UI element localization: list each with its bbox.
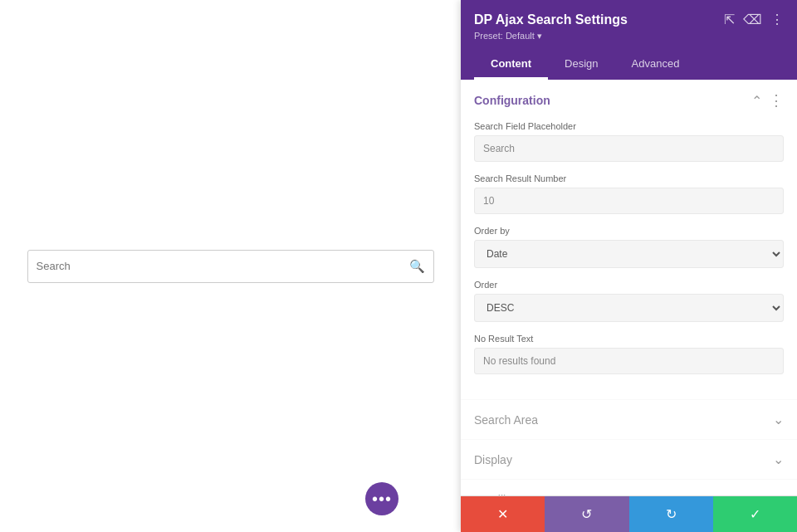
section-configuration: Configuration ⌃ ⋮ Search Field Placehold… — [461, 80, 797, 399]
fab-button[interactable]: ••• — [365, 482, 398, 515]
cancel-icon: ✕ — [497, 506, 508, 522]
panel-preset[interactable]: Preset: Default — [474, 31, 784, 41]
tab-advanced[interactable]: Advanced — [615, 50, 697, 80]
panel-header: DP Ajax Search Settings ⇱ ⌫ ⋮ Preset: De… — [461, 0, 797, 80]
field-result-number: Search Result Number — [474, 173, 784, 214]
section-scrollbar: Scrollbar ⌄ — [461, 480, 797, 495]
section-search-area-header[interactable]: Search Area ⌄ — [461, 400, 797, 439]
redo-button[interactable]: ↻ — [629, 496, 713, 532]
more-icon[interactable]: ⋮ — [770, 12, 784, 27]
configuration-collapse-icon[interactable]: ⌃ — [751, 93, 762, 109]
search-area-title: Search Area — [474, 413, 538, 427]
panel-title-row: DP Ajax Search Settings ⇱ ⌫ ⋮ — [474, 12, 784, 27]
field-order: Order DESC ASC — [474, 280, 784, 322]
cancel-button[interactable]: ✕ — [461, 496, 545, 532]
result-number-input[interactable] — [474, 188, 784, 214]
settings-panel: DP Ajax Search Settings ⇱ ⌫ ⋮ Preset: De… — [461, 0, 797, 532]
search-placeholder-label: Search Field Placeholder — [474, 121, 784, 131]
order-by-select[interactable]: Date Title Relevance — [474, 240, 784, 268]
no-result-input[interactable] — [474, 348, 784, 374]
display-chevron-icon[interactable]: ⌄ — [773, 451, 784, 467]
section-header-icons: ⌃ ⋮ — [751, 91, 784, 110]
search-input-widget[interactable] — [37, 260, 409, 272]
panel-tabs: Content Design Advanced — [474, 50, 784, 80]
order-label: Order — [474, 280, 784, 290]
field-order-by: Order by Date Title Relevance — [474, 226, 784, 268]
undo-button[interactable]: ↺ — [545, 496, 628, 532]
section-configuration-header[interactable]: Configuration ⌃ ⋮ — [461, 80, 797, 121]
section-display: Display ⌄ — [461, 440, 797, 479]
panel-title: DP Ajax Search Settings — [474, 12, 628, 27]
canvas-area: 🔍 — [0, 0, 461, 532]
redo-icon: ↻ — [666, 506, 677, 522]
configuration-dots-icon[interactable]: ⋮ — [769, 91, 784, 110]
save-button[interactable]: ✓ — [713, 496, 797, 532]
result-number-label: Search Result Number — [474, 173, 784, 183]
display-title: Display — [474, 453, 512, 466]
panel-header-icons: ⇱ ⌫ ⋮ — [724, 12, 784, 27]
undo-icon: ↺ — [581, 506, 592, 522]
search-area-chevron-icon[interactable]: ⌄ — [773, 412, 784, 427]
section-scrollbar-header[interactable]: Scrollbar ⌄ — [461, 480, 797, 495]
panel-footer: ✕ ↺ ↻ ✓ — [461, 495, 797, 532]
field-search-placeholder: Search Field Placeholder — [474, 121, 784, 162]
configuration-content: Search Field Placeholder Search Result N… — [461, 121, 797, 399]
tab-content[interactable]: Content — [474, 50, 548, 80]
save-icon: ✓ — [750, 506, 760, 522]
fab-icon: ••• — [372, 490, 392, 509]
search-icon: 🔍 — [409, 259, 425, 274]
order-by-label: Order by — [474, 226, 784, 236]
panel-body: Configuration ⌃ ⋮ Search Field Placehold… — [461, 80, 797, 495]
section-search-area: Search Area ⌄ — [461, 400, 797, 439]
configuration-title: Configuration — [474, 94, 550, 107]
field-no-result: No Result Text — [474, 334, 784, 374]
search-widget: 🔍 — [27, 250, 434, 283]
search-placeholder-input[interactable] — [474, 135, 784, 162]
expand-icon[interactable]: ⇱ — [724, 12, 735, 27]
tab-design[interactable]: Design — [548, 50, 614, 80]
section-display-header[interactable]: Display ⌄ — [461, 440, 797, 479]
order-select[interactable]: DESC ASC — [474, 294, 784, 322]
no-result-label: No Result Text — [474, 334, 784, 344]
layout-icon[interactable]: ⌫ — [743, 12, 762, 27]
